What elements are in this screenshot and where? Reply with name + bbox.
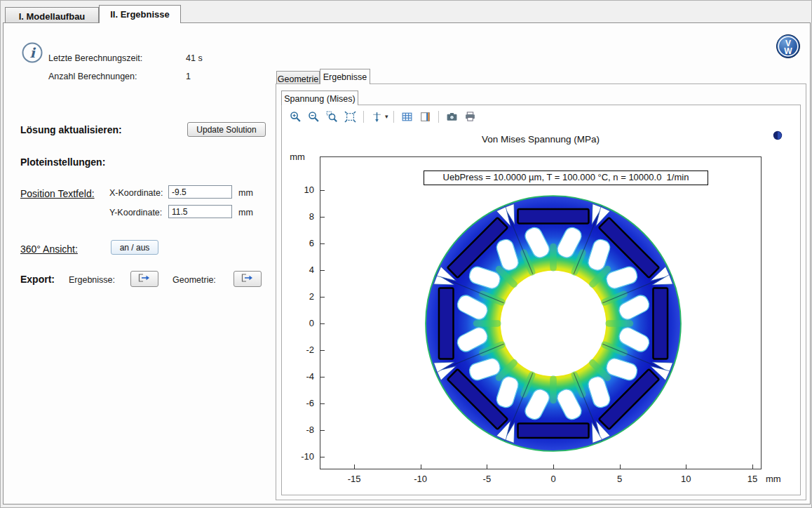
print-icon[interactable]	[462, 109, 478, 125]
y-coordinate-label: Y-Koordinate:	[109, 208, 162, 218]
tab-ergebnisse-plot[interactable]: Ergebnisse	[320, 69, 370, 84]
y-tickmark	[320, 430, 325, 431]
run-count-label: Anzahl Berechnungen:	[48, 72, 137, 81]
toolbar-separator	[438, 111, 439, 123]
last-computation-value: 41 s	[186, 53, 203, 63]
y-tick-label: 10	[283, 185, 314, 195]
view360-label: 360° Ansicht:	[20, 243, 78, 255]
graphics-area[interactable]: Von Mises Spannung (MPa) mm UebPress = 1…	[282, 127, 800, 494]
export-results-button[interactable]	[130, 271, 158, 287]
toolbar-separator	[363, 111, 364, 123]
toolbar-separator	[393, 111, 394, 123]
x-tickmark	[487, 464, 487, 469]
y-tick-label: 0	[283, 318, 314, 328]
x-coordinate-label: X-Koordinate:	[109, 188, 163, 198]
x-tickmark	[421, 464, 421, 469]
tab-modellaufbau[interactable]: I. Modellaufbau	[5, 7, 99, 22]
rotor-svg[interactable]	[413, 183, 693, 464]
y-tickmark	[320, 457, 325, 457]
default-view-icon[interactable]	[369, 109, 385, 125]
update-solution-button[interactable]: Update Solution	[187, 122, 266, 137]
y-tickmark	[320, 243, 325, 244]
export-icon	[241, 274, 254, 282]
y-tickmark	[320, 270, 325, 271]
tab-geometrie[interactable]: Geometrie	[276, 71, 320, 84]
view360-toggle-button[interactable]: an / aus	[111, 240, 158, 255]
x-tick-label: -10	[405, 474, 436, 484]
plot-corner-icon[interactable]	[772, 130, 783, 141]
x-axis-unit: mm	[766, 474, 791, 484]
run-count-value: 1	[186, 72, 191, 81]
export-results-label: Ergebnisse:	[69, 275, 115, 285]
export-geometry-label: Geometrie:	[172, 275, 216, 285]
export-icon	[138, 274, 151, 282]
y-tickmark	[320, 217, 325, 218]
x-tick-label: 15	[737, 474, 768, 484]
export-geometry-button[interactable]	[234, 271, 262, 287]
export-heading: Export:	[20, 274, 55, 285]
plot-settings-heading: Ploteinstellungen:	[20, 156, 105, 168]
y-tickmark	[320, 323, 325, 324]
snapshot-icon[interactable]	[444, 109, 460, 125]
svg-text:W: W	[784, 46, 792, 56]
x-tickmark	[752, 464, 753, 469]
y-tickmark	[320, 377, 325, 377]
plot-toolbar: ▾	[283, 107, 795, 126]
tab-ergebnisse[interactable]: II. Ergebnisse	[99, 5, 181, 23]
y-tickmark	[320, 350, 325, 351]
plot-title: Von Mises Spannung (MPa)	[320, 134, 762, 145]
grid-icon[interactable]	[399, 109, 415, 125]
x-tick-label: 10	[670, 474, 701, 484]
app-window: I. Modellaufbau II. Ergebnisse i Letzte …	[0, 0, 812, 508]
y-unit-label: mm	[238, 208, 253, 218]
x-tick-label: -15	[339, 474, 370, 484]
update-solution-label: Lösung aktualisieren:	[20, 124, 122, 135]
zoom-in-icon[interactable]	[287, 109, 304, 125]
y-coordinate-input[interactable]	[168, 205, 232, 218]
x-tickmark	[553, 464, 554, 469]
x-coordinate-input[interactable]	[168, 185, 232, 199]
x-tick-label: -5	[471, 474, 502, 484]
zoom-extents-icon[interactable]	[342, 109, 358, 125]
x-tickmark	[686, 464, 686, 469]
y-tick-label: -4	[283, 371, 314, 382]
y-tick-label: 8	[283, 211, 314, 222]
x-tickmark	[620, 464, 621, 469]
tab-spannung-mises[interactable]: Spannung (Mises)	[281, 91, 358, 105]
textfield-position-label: Position Textfeld:	[20, 188, 95, 199]
x-tick-label: 5	[604, 474, 635, 484]
y-tick-label: 6	[283, 238, 314, 248]
y-tick-label: -2	[283, 345, 314, 355]
last-computation-label: Letzte Berechnungszeit:	[48, 53, 142, 63]
legend-toggle-icon[interactable]	[417, 109, 433, 125]
y-tickmark	[320, 403, 325, 404]
y-tickmark	[320, 190, 325, 191]
x-tick-label: 0	[538, 474, 569, 484]
x-unit-label: mm	[238, 188, 253, 198]
view-dropdown-caret[interactable]: ▾	[385, 113, 388, 120]
info-icon: i	[21, 41, 43, 64]
y-tick-label: -6	[283, 398, 314, 408]
y-tick-label: -10	[283, 451, 314, 462]
zoom-out-icon[interactable]	[306, 109, 322, 125]
y-tickmark	[320, 297, 325, 298]
y-tick-label: 2	[283, 291, 314, 302]
vw-logo: V W	[776, 34, 801, 59]
x-tickmark	[354, 464, 355, 469]
zoom-window-icon[interactable]	[324, 109, 340, 125]
y-tick-label: -8	[283, 425, 314, 435]
y-tick-label: 4	[283, 265, 314, 275]
y-axis-unit: mm	[282, 152, 313, 162]
